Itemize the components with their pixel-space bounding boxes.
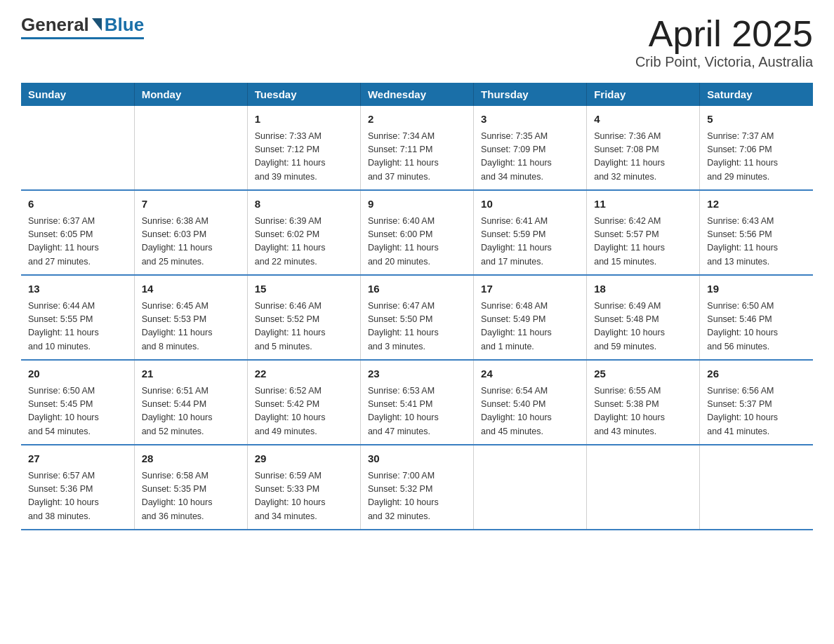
calendar-day-header: Saturday — [700, 83, 813, 106]
calendar-cell: 16Sunrise: 6:47 AMSunset: 5:50 PMDayligh… — [360, 275, 473, 360]
day-number: 14 — [142, 281, 240, 297]
calendar-week-row: 6Sunrise: 6:37 AMSunset: 6:05 PMDaylight… — [21, 190, 813, 275]
calendar-cell: 13Sunrise: 6:44 AMSunset: 5:55 PMDayligh… — [21, 275, 134, 360]
calendar-table: SundayMondayTuesdayWednesdayThursdayFrid… — [21, 83, 813, 530]
day-info: Sunrise: 7:36 AMSunset: 7:08 PMDaylight:… — [594, 130, 692, 185]
day-number: 9 — [368, 196, 466, 213]
day-info: Sunrise: 6:47 AMSunset: 5:50 PMDaylight:… — [368, 300, 466, 354]
day-number: 20 — [28, 366, 127, 382]
day-info: Sunrise: 6:46 AMSunset: 5:52 PMDaylight:… — [255, 300, 353, 354]
calendar-cell: 24Sunrise: 6:54 AMSunset: 5:40 PMDayligh… — [474, 360, 587, 445]
calendar-day-header: Friday — [587, 83, 700, 106]
calendar-cell: 8Sunrise: 6:39 AMSunset: 6:02 PMDaylight… — [247, 190, 360, 275]
calendar-cell: 9Sunrise: 6:40 AMSunset: 6:00 PMDaylight… — [360, 190, 473, 275]
day-number: 18 — [594, 281, 692, 297]
calendar-cell: 29Sunrise: 6:59 AMSunset: 5:33 PMDayligh… — [247, 445, 360, 530]
calendar-cell — [21, 106, 134, 190]
day-info: Sunrise: 6:51 AMSunset: 5:44 PMDaylight:… — [142, 384, 240, 439]
calendar-cell: 2Sunrise: 7:34 AMSunset: 7:11 PMDaylight… — [360, 106, 473, 190]
calendar-day-header: Thursday — [474, 83, 587, 106]
day-number: 1 — [255, 112, 353, 128]
calendar-cell: 22Sunrise: 6:52 AMSunset: 5:42 PMDayligh… — [247, 360, 360, 445]
day-number: 25 — [594, 366, 692, 382]
calendar-week-row: 27Sunrise: 6:57 AMSunset: 5:36 PMDayligh… — [21, 445, 813, 530]
calendar-cell: 15Sunrise: 6:46 AMSunset: 5:52 PMDayligh… — [247, 275, 360, 360]
day-number: 12 — [707, 196, 806, 213]
day-info: Sunrise: 6:37 AMSunset: 6:05 PMDaylight:… — [28, 215, 127, 269]
day-number: 2 — [368, 112, 466, 128]
calendar-cell — [474, 445, 587, 530]
day-info: Sunrise: 6:59 AMSunset: 5:33 PMDaylight:… — [255, 469, 353, 524]
day-number: 6 — [28, 196, 127, 213]
calendar-cell: 11Sunrise: 6:42 AMSunset: 5:57 PMDayligh… — [587, 190, 700, 275]
calendar-week-row: 20Sunrise: 6:50 AMSunset: 5:45 PMDayligh… — [21, 360, 813, 445]
day-info: Sunrise: 6:49 AMSunset: 5:48 PMDaylight:… — [594, 300, 692, 354]
calendar-cell: 14Sunrise: 6:45 AMSunset: 5:53 PMDayligh… — [134, 275, 247, 360]
day-info: Sunrise: 6:39 AMSunset: 6:02 PMDaylight:… — [255, 215, 353, 269]
logo-blue-text: Blue — [105, 14, 144, 36]
day-info: Sunrise: 6:50 AMSunset: 5:45 PMDaylight:… — [28, 384, 127, 439]
calendar-week-row: 13Sunrise: 6:44 AMSunset: 5:55 PMDayligh… — [21, 275, 813, 360]
calendar-cell: 10Sunrise: 6:41 AMSunset: 5:59 PMDayligh… — [474, 190, 587, 275]
calendar-day-header: Monday — [134, 83, 247, 106]
day-info: Sunrise: 6:41 AMSunset: 5:59 PMDaylight:… — [481, 215, 579, 269]
day-number: 8 — [255, 196, 353, 213]
calendar-header-row: SundayMondayTuesdayWednesdayThursdayFrid… — [21, 83, 813, 106]
day-number: 3 — [481, 112, 579, 128]
calendar-cell: 3Sunrise: 7:35 AMSunset: 7:09 PMDaylight… — [474, 106, 587, 190]
page-header: General Blue April 2025 Crib Point, Vict… — [21, 14, 813, 70]
day-info: Sunrise: 6:52 AMSunset: 5:42 PMDaylight:… — [255, 384, 353, 439]
logo-general-text: General — [21, 14, 89, 36]
day-info: Sunrise: 6:48 AMSunset: 5:49 PMDaylight:… — [481, 300, 579, 354]
day-number: 30 — [368, 451, 466, 467]
calendar-cell: 1Sunrise: 7:33 AMSunset: 7:12 PMDaylight… — [247, 106, 360, 190]
day-info: Sunrise: 7:34 AMSunset: 7:11 PMDaylight:… — [368, 130, 466, 185]
day-number: 28 — [142, 451, 240, 467]
day-number: 15 — [255, 281, 353, 297]
calendar-cell: 26Sunrise: 6:56 AMSunset: 5:37 PMDayligh… — [700, 360, 813, 445]
day-number: 21 — [142, 366, 240, 382]
day-number: 16 — [368, 281, 466, 297]
day-number: 11 — [594, 196, 692, 213]
day-info: Sunrise: 6:54 AMSunset: 5:40 PMDaylight:… — [481, 384, 579, 439]
logo-arrow-icon — [92, 18, 102, 31]
calendar-cell: 6Sunrise: 6:37 AMSunset: 6:05 PMDaylight… — [21, 190, 134, 275]
day-number: 23 — [368, 366, 466, 382]
day-info: Sunrise: 6:57 AMSunset: 5:36 PMDaylight:… — [28, 469, 127, 524]
day-number: 4 — [594, 112, 692, 128]
day-number: 19 — [707, 281, 806, 297]
day-number: 13 — [28, 281, 127, 297]
day-info: Sunrise: 6:42 AMSunset: 5:57 PMDaylight:… — [594, 215, 692, 269]
day-info: Sunrise: 6:38 AMSunset: 6:03 PMDaylight:… — [142, 215, 240, 269]
calendar-cell: 25Sunrise: 6:55 AMSunset: 5:38 PMDayligh… — [587, 360, 700, 445]
calendar-cell: 18Sunrise: 6:49 AMSunset: 5:48 PMDayligh… — [587, 275, 700, 360]
calendar-cell — [700, 445, 813, 530]
title-section: April 2025 Crib Point, Victoria, Austral… — [635, 14, 813, 70]
calendar-cell: 5Sunrise: 7:37 AMSunset: 7:06 PMDaylight… — [700, 106, 813, 190]
calendar-day-header: Tuesday — [247, 83, 360, 106]
calendar-cell: 23Sunrise: 6:53 AMSunset: 5:41 PMDayligh… — [360, 360, 473, 445]
day-info: Sunrise: 7:37 AMSunset: 7:06 PMDaylight:… — [707, 130, 806, 185]
calendar-cell: 12Sunrise: 6:43 AMSunset: 5:56 PMDayligh… — [700, 190, 813, 275]
day-number: 24 — [481, 366, 579, 382]
day-number: 7 — [142, 196, 240, 213]
calendar-subtitle: Crib Point, Victoria, Australia — [635, 54, 813, 70]
calendar-cell: 20Sunrise: 6:50 AMSunset: 5:45 PMDayligh… — [21, 360, 134, 445]
day-info: Sunrise: 6:40 AMSunset: 6:00 PMDaylight:… — [368, 215, 466, 269]
calendar-cell: 17Sunrise: 6:48 AMSunset: 5:49 PMDayligh… — [474, 275, 587, 360]
day-number: 29 — [255, 451, 353, 467]
day-number: 10 — [481, 196, 579, 213]
day-info: Sunrise: 6:55 AMSunset: 5:38 PMDaylight:… — [594, 384, 692, 439]
day-number: 26 — [707, 366, 806, 382]
calendar-cell — [587, 445, 700, 530]
day-info: Sunrise: 6:58 AMSunset: 5:35 PMDaylight:… — [142, 469, 240, 524]
calendar-cell: 4Sunrise: 7:36 AMSunset: 7:08 PMDaylight… — [587, 106, 700, 190]
logo-underline — [21, 37, 144, 39]
calendar-cell: 21Sunrise: 6:51 AMSunset: 5:44 PMDayligh… — [134, 360, 247, 445]
day-info: Sunrise: 6:56 AMSunset: 5:37 PMDaylight:… — [707, 384, 806, 439]
day-number: 27 — [28, 451, 127, 467]
calendar-cell: 30Sunrise: 7:00 AMSunset: 5:32 PMDayligh… — [360, 445, 473, 530]
calendar-cell: 27Sunrise: 6:57 AMSunset: 5:36 PMDayligh… — [21, 445, 134, 530]
day-info: Sunrise: 7:00 AMSunset: 5:32 PMDaylight:… — [368, 469, 466, 524]
day-info: Sunrise: 6:45 AMSunset: 5:53 PMDaylight:… — [142, 300, 240, 354]
